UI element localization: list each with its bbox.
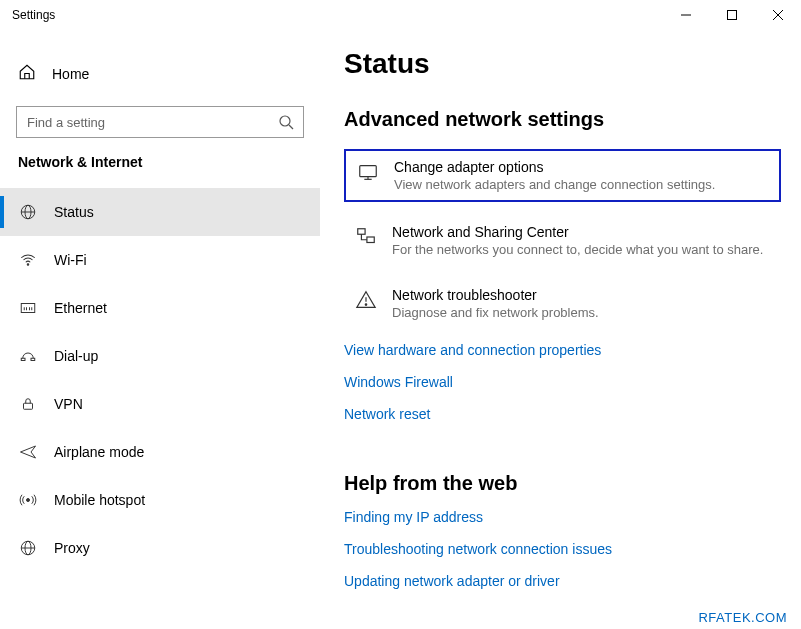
option-desc: Diagnose and fix network problems. (392, 305, 599, 320)
proxy-icon (18, 538, 38, 558)
svg-line-5 (289, 125, 293, 129)
sidebar-item-label: Status (54, 204, 94, 220)
vpn-icon (18, 394, 38, 414)
svg-rect-22 (360, 166, 377, 177)
sidebar-item-label: Ethernet (54, 300, 107, 316)
svg-point-28 (365, 304, 366, 305)
svg-rect-1 (728, 11, 737, 20)
globe-icon (18, 202, 38, 222)
watermark: RFATEK.COM (698, 610, 787, 625)
sidebar-item-vpn[interactable]: VPN (0, 380, 320, 428)
sidebar-item-label: Mobile hotspot (54, 492, 145, 508)
hotspot-icon (18, 490, 38, 510)
search-icon (278, 114, 294, 130)
warning-icon (354, 289, 378, 311)
sidebar-home[interactable]: Home (0, 54, 320, 94)
svg-rect-25 (358, 229, 365, 235)
option-text: Network troubleshooter Diagnose and fix … (392, 287, 599, 320)
sidebar-nav: Status Wi-Fi Ethernet Dial-up (0, 188, 320, 572)
window-controls (663, 0, 801, 30)
sidebar-item-label: Dial-up (54, 348, 98, 364)
option-desc: For the networks you connect to, decide … (392, 242, 763, 257)
sidebar: Home Network & Internet Status Wi-Fi (0, 30, 320, 629)
option-desc: View network adapters and change connect… (394, 177, 715, 192)
svg-rect-10 (21, 304, 35, 313)
sidebar-home-label: Home (52, 66, 89, 82)
close-icon (773, 10, 783, 20)
sidebar-category: Network & Internet (0, 154, 320, 170)
option-troubleshooter[interactable]: Network troubleshooter Diagnose and fix … (344, 279, 781, 328)
maximize-icon (727, 10, 737, 20)
link-windows-firewall[interactable]: Windows Firewall (344, 374, 781, 390)
option-text: Change adapter options View network adap… (394, 159, 715, 192)
option-title: Network troubleshooter (392, 287, 599, 303)
monitor-icon (356, 161, 380, 183)
maximize-button[interactable] (709, 0, 755, 30)
sidebar-item-ethernet[interactable]: Ethernet (0, 284, 320, 332)
section-help-title: Help from the web (344, 472, 781, 495)
sidebar-item-label: Airplane mode (54, 444, 144, 460)
sidebar-item-proxy[interactable]: Proxy (0, 524, 320, 572)
option-text: Network and Sharing Center For the netwo… (392, 224, 763, 257)
minimize-icon (681, 10, 691, 20)
section-advanced-title: Advanced network settings (344, 108, 781, 131)
sharing-icon (354, 226, 378, 248)
link-hardware-properties[interactable]: View hardware and connection properties (344, 342, 781, 358)
sidebar-item-wifi[interactable]: Wi-Fi (0, 236, 320, 284)
svg-rect-15 (21, 358, 25, 360)
svg-point-9 (27, 264, 29, 266)
link-find-ip[interactable]: Finding my IP address (344, 509, 781, 525)
sidebar-item-label: VPN (54, 396, 83, 412)
sidebar-item-label: Wi-Fi (54, 252, 87, 268)
sidebar-item-dialup[interactable]: Dial-up (0, 332, 320, 380)
search-wrap (16, 106, 304, 138)
sidebar-item-hotspot[interactable]: Mobile hotspot (0, 476, 320, 524)
close-button[interactable] (755, 0, 801, 30)
svg-point-4 (280, 116, 290, 126)
link-network-reset[interactable]: Network reset (344, 406, 781, 422)
svg-rect-17 (24, 403, 33, 409)
option-sharing-center[interactable]: Network and Sharing Center For the netwo… (344, 216, 781, 265)
option-title: Change adapter options (394, 159, 715, 175)
option-title: Network and Sharing Center (392, 224, 763, 240)
home-icon (18, 63, 36, 85)
svg-point-18 (27, 499, 30, 502)
sidebar-item-status[interactable]: Status (0, 188, 320, 236)
link-update-adapter[interactable]: Updating network adapter or driver (344, 573, 781, 589)
search-input[interactable] (16, 106, 304, 138)
svg-rect-26 (367, 237, 374, 243)
wifi-icon (18, 250, 38, 270)
titlebar: Settings (0, 0, 801, 30)
sidebar-item-airplane[interactable]: Airplane mode (0, 428, 320, 476)
sidebar-item-label: Proxy (54, 540, 90, 556)
link-troubleshoot-connection[interactable]: Troubleshooting network connection issue… (344, 541, 781, 557)
minimize-button[interactable] (663, 0, 709, 30)
option-change-adapter[interactable]: Change adapter options View network adap… (344, 149, 781, 202)
main-panel: Status Advanced network settings Change … (320, 30, 801, 629)
svg-rect-16 (31, 358, 35, 360)
window-title: Settings (12, 8, 55, 22)
page-title: Status (344, 48, 781, 80)
airplane-icon (18, 442, 38, 462)
dialup-icon (18, 346, 38, 366)
ethernet-icon (18, 298, 38, 318)
